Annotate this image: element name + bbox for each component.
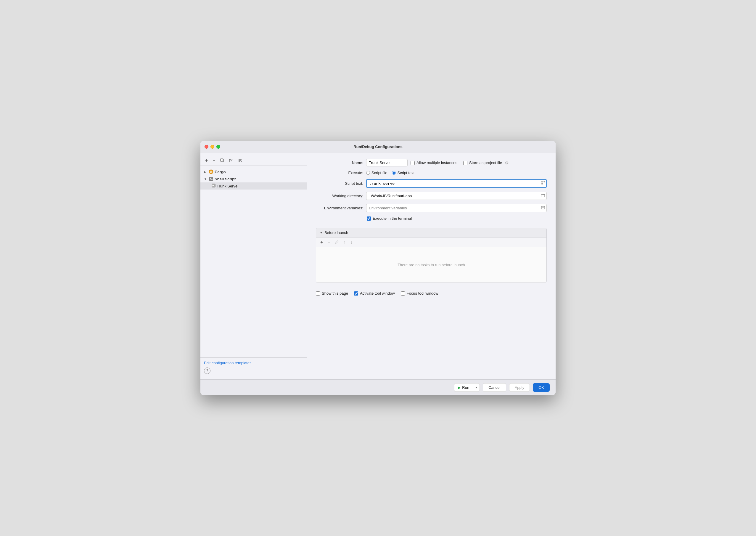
allow-multiple-checkbox[interactable] <box>411 161 415 165</box>
bl-remove-button[interactable]: − <box>327 239 331 245</box>
right-panel: Name: Allow multiple instances Store as … <box>307 153 555 379</box>
sidebar-item-trunk-serve[interactable]: Trunk Serve <box>201 183 307 189</box>
minimize-button[interactable] <box>210 145 214 149</box>
trunk-serve-label: Trunk Serve <box>217 184 237 188</box>
window-title: Run/Debug Configurations <box>354 145 402 149</box>
script-file-option[interactable]: Script file <box>366 171 387 175</box>
activate-window-checkbox[interactable] <box>354 291 358 295</box>
env-vars-button[interactable] <box>541 206 545 211</box>
footer-right: ▶ Run ▾ Cancel Apply OK <box>454 383 550 392</box>
env-vars-row: Environment variables: <box>316 204 547 212</box>
script-text-label: Script text: <box>316 181 363 186</box>
cargo-label: Cargo <box>215 170 226 174</box>
copy-config-button[interactable] <box>219 158 226 163</box>
script-text-wrapper <box>366 179 547 188</box>
remove-config-button[interactable]: − <box>211 157 216 164</box>
before-launch-section: ▼ Before launch + − ↑ ↓ There are no tas… <box>316 228 547 283</box>
add-config-button[interactable]: + <box>204 157 209 164</box>
before-launch-title: Before launch <box>325 230 348 235</box>
before-launch-toolbar: + − ↑ ↓ <box>316 238 547 247</box>
sidebar-tree: ▶ C Cargo ▼ <box>201 167 307 357</box>
sidebar-item-cargo[interactable]: ▶ C Cargo <box>201 168 307 175</box>
dir-browse-button[interactable] <box>541 193 545 198</box>
allow-multiple-label[interactable]: Allow multiple instances <box>411 160 457 165</box>
script-text-input[interactable] <box>366 179 547 188</box>
execute-radio-group: Script file Script text <box>366 171 414 175</box>
name-input[interactable] <box>366 159 408 166</box>
show-page-label[interactable]: Show this page <box>316 291 348 295</box>
svg-rect-1 <box>221 159 223 161</box>
execute-in-terminal-row: Execute in the terminal <box>367 216 547 220</box>
env-vars-label: Environment variables: <box>316 206 363 210</box>
execute-row: Execute: Script file Script text <box>316 171 547 175</box>
before-launch-chevron[interactable]: ▼ <box>320 231 323 234</box>
focus-window-checkbox[interactable] <box>401 291 405 295</box>
script-file-radio[interactable] <box>366 171 370 175</box>
working-dir-label: Working directory: <box>316 194 363 198</box>
run-button[interactable]: ▶ Run <box>454 383 473 392</box>
script-text-row: Script text: <box>316 179 547 188</box>
name-label: Name: <box>316 160 363 165</box>
close-button[interactable] <box>205 145 208 149</box>
main-window: Run/Debug Configurations + − <box>201 141 555 395</box>
maximize-button[interactable] <box>216 145 220 149</box>
before-launch-empty-text: There are no tasks to run before launch <box>397 263 465 267</box>
sidebar: + − <box>201 153 307 379</box>
title-bar: Run/Debug Configurations <box>201 141 555 153</box>
footer: ▶ Run ▾ Cancel Apply OK <box>201 379 555 395</box>
cargo-chevron: ▶ <box>204 170 207 174</box>
sidebar-toolbar: + − <box>201 155 307 166</box>
main-content: + − <box>201 153 555 379</box>
show-page-checkbox[interactable] <box>316 291 320 295</box>
before-launch-content: There are no tasks to run before launch <box>316 247 547 283</box>
sidebar-bottom: Edit configuration templates... ? <box>201 357 307 377</box>
bl-move-up-button[interactable]: ↑ <box>342 239 347 245</box>
name-row: Name: Allow multiple instances Store as … <box>316 159 547 166</box>
apply-button[interactable]: Apply <box>509 383 530 392</box>
script-text-option[interactable]: Script text <box>392 171 414 175</box>
trunk-serve-icon <box>212 184 215 188</box>
execute-terminal-label[interactable]: Execute in the terminal <box>367 216 547 220</box>
bottom-options: Show this page Activate tool window Focu… <box>316 291 547 295</box>
before-launch-header: ▼ Before launch <box>316 228 547 238</box>
env-vars-wrapper <box>366 204 547 212</box>
execute-terminal-checkbox[interactable] <box>367 217 371 220</box>
run-dropdown-button[interactable]: ▾ <box>473 383 480 392</box>
bl-move-down-button[interactable]: ↓ <box>349 239 354 245</box>
script-text-radio[interactable] <box>392 171 396 175</box>
working-dir-row: Working directory: <box>316 192 547 200</box>
svg-text:C: C <box>210 171 212 174</box>
cancel-button[interactable]: Cancel <box>483 383 506 392</box>
sidebar-item-shell-script[interactable]: ▼ Shell Script <box>201 175 307 183</box>
shell-script-chevron: ▼ <box>204 177 207 181</box>
env-vars-input[interactable] <box>366 204 547 212</box>
sort-button[interactable] <box>237 158 243 163</box>
script-expand-button[interactable] <box>541 181 545 185</box>
store-project-checkbox[interactable] <box>463 161 467 165</box>
store-project-label[interactable]: Store as project file <box>463 160 502 165</box>
shell-script-icon <box>209 177 213 181</box>
execute-label: Execute: <box>316 171 363 175</box>
help-button[interactable]: ? <box>204 367 210 374</box>
working-dir-input[interactable] <box>366 192 547 200</box>
shell-script-label: Shell Script <box>215 177 236 181</box>
bl-edit-button[interactable] <box>334 239 340 245</box>
gear-icon[interactable]: ⚙ <box>505 160 509 165</box>
cargo-icon: C <box>209 169 213 174</box>
working-dir-wrapper <box>366 192 547 200</box>
traffic-lights <box>205 145 220 149</box>
focus-window-label[interactable]: Focus tool window <box>401 291 438 295</box>
edit-templates-link[interactable]: Edit configuration templates... <box>204 361 303 365</box>
bl-add-button[interactable]: + <box>319 239 324 245</box>
svg-rect-16 <box>541 206 545 209</box>
ok-button[interactable]: OK <box>533 383 550 392</box>
run-play-icon: ▶ <box>458 385 460 390</box>
run-button-wrapper: ▶ Run ▾ <box>454 383 480 392</box>
new-folder-button[interactable] <box>228 158 235 163</box>
activate-window-label[interactable]: Activate tool window <box>354 291 395 295</box>
